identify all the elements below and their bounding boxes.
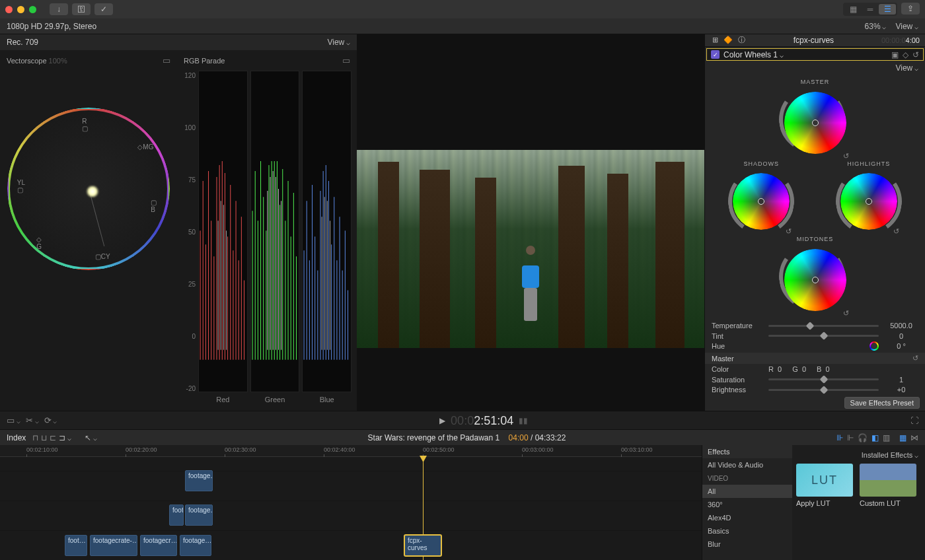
effects-cat-360[interactable]: 360° bbox=[702, 498, 792, 511]
keyword-button[interactable]: ⚿ bbox=[72, 3, 91, 15]
color-r-value[interactable]: 0 bbox=[778, 365, 782, 373]
saturation-value[interactable]: 1 bbox=[884, 376, 918, 384]
viewer-panel bbox=[357, 34, 704, 411]
highlights-wheel-reset-icon[interactable]: ↺ bbox=[893, 227, 899, 236]
preview-subject bbox=[519, 246, 542, 318]
brightness-value[interactable]: +0 bbox=[884, 386, 918, 394]
timeline-index-button[interactable]: Index bbox=[7, 433, 26, 442]
effects-cat-all[interactable]: All bbox=[702, 485, 792, 498]
connect-clip-icon[interactable]: ⊓ bbox=[32, 433, 38, 442]
effects-browser-icon[interactable]: ▦ bbox=[899, 433, 906, 442]
effect-item[interactable]: Custom LUT bbox=[860, 464, 916, 507]
effects-cat-all-video-audio[interactable]: All Video & Audio bbox=[702, 458, 792, 472]
effects-cat-basics[interactable]: Basics bbox=[702, 524, 792, 538]
timeline-clip[interactable]: fcpx-curves bbox=[404, 535, 441, 556]
scopes-view-dropdown[interactable]: View bbox=[327, 38, 350, 47]
background-tasks-button[interactable]: ✓ bbox=[94, 3, 113, 15]
effect-thumbnail[interactable]: LUT bbox=[796, 464, 853, 497]
mask-icon[interactable]: ▣ bbox=[891, 50, 899, 59]
browser-layout-icon[interactable]: ▦ bbox=[844, 4, 862, 15]
tint-value[interactable]: 0 bbox=[884, 332, 918, 340]
play-button[interactable]: ▶ bbox=[439, 416, 445, 425]
master-color-wheel[interactable]: ↺ bbox=[779, 87, 852, 159]
minimize-window-button[interactable] bbox=[17, 6, 24, 13]
zoom-dropdown[interactable]: 63% bbox=[865, 22, 887, 31]
share-button[interactable]: ⇪ bbox=[901, 3, 920, 15]
saturation-slider[interactable] bbox=[768, 378, 879, 380]
maximize-window-button[interactable] bbox=[29, 6, 36, 13]
installed-effects-dropdown[interactable]: Installed Effects bbox=[862, 451, 918, 459]
correction-name-dropdown[interactable]: Color Wheels 1 bbox=[723, 50, 887, 59]
scopes-colorspace-label: Rec. 709 bbox=[7, 38, 38, 47]
overwrite-clip-icon[interactable]: ⊐ bbox=[59, 433, 71, 442]
master-wheel-reset-icon[interactable]: ↺ bbox=[843, 152, 849, 160]
parade-green-channel: Green bbox=[250, 71, 300, 392]
hue-value[interactable]: 0 ° bbox=[884, 342, 918, 350]
color-b-value[interactable]: 0 bbox=[825, 365, 829, 373]
reset-correction-icon[interactable]: ↺ bbox=[912, 50, 919, 59]
audio-skimming-icon[interactable]: 🎧 bbox=[858, 433, 868, 442]
timecode-display[interactable]: 00:02:51:04 bbox=[451, 413, 513, 428]
inspector-view-dropdown[interactable]: View bbox=[895, 63, 918, 73]
effect-item[interactable]: LUTApply LUT bbox=[796, 464, 853, 507]
audio-meters-icon[interactable]: ▮▮ bbox=[519, 416, 528, 425]
save-effects-preset-button[interactable]: Save Effects Preset bbox=[844, 397, 920, 409]
keyframe-icon[interactable]: ◇ bbox=[903, 50, 908, 59]
vectorscope-label: Vectorscope bbox=[7, 57, 47, 65]
timeline-tracks[interactable]: footage…footage…foot…footagecrate-…foota… bbox=[0, 457, 702, 560]
color-inspector-tab-icon[interactable]: 🔶 bbox=[723, 36, 733, 45]
tools-dropdown[interactable]: ✂ bbox=[26, 415, 39, 425]
clip-appearance-dropdown[interactable]: ▭ bbox=[7, 415, 20, 425]
inspector-clip-title: fcpx-curves bbox=[750, 36, 877, 45]
temperature-slider[interactable] bbox=[768, 325, 879, 327]
master-section-reset-icon[interactable]: ↺ bbox=[912, 354, 918, 363]
select-tool-dropdown[interactable]: ↖ bbox=[85, 433, 97, 442]
viewer-header: 1080p HD 29.97p, Stereo 63% View bbox=[0, 18, 925, 34]
retime-dropdown[interactable]: ⟳ bbox=[44, 415, 57, 425]
effect-thumbnail[interactable] bbox=[860, 464, 916, 497]
timeline-clip[interactable]: foot… bbox=[65, 535, 87, 556]
solo-icon[interactable]: ◧ bbox=[871, 433, 879, 442]
snapping-icon[interactable]: ⊪ bbox=[836, 433, 843, 442]
append-clip-icon[interactable]: ⊏ bbox=[50, 433, 56, 442]
viewer-view-dropdown[interactable]: View bbox=[895, 22, 918, 31]
effects-cat-alex4d[interactable]: Alex4D bbox=[702, 511, 792, 524]
correction-enable-checkbox[interactable]: ✓ bbox=[711, 50, 720, 59]
timeline-clip[interactable]: footage… bbox=[185, 470, 213, 491]
color-g-value[interactable]: 0 bbox=[802, 365, 806, 373]
info-inspector-tab-icon[interactable]: ⓘ bbox=[737, 36, 746, 45]
brightness-row: Brightness +0 bbox=[705, 384, 925, 395]
timeline-clip[interactable]: footage bbox=[169, 505, 184, 526]
midtones-wheel-reset-icon[interactable]: ↺ bbox=[843, 309, 849, 318]
correction-selector[interactable]: ✓ Color Wheels 1 ▣ ◇ ↺ bbox=[706, 48, 924, 61]
insert-clip-icon[interactable]: ⊔ bbox=[41, 433, 47, 442]
fullscreen-icon[interactable]: ⛶ bbox=[910, 416, 918, 425]
transitions-browser-icon[interactable]: ⋈ bbox=[910, 433, 918, 442]
brightness-slider[interactable] bbox=[768, 389, 879, 391]
highlights-color-wheel[interactable]: ↺ bbox=[836, 168, 902, 234]
timeline-layout-icon[interactable]: ▥ bbox=[883, 433, 890, 442]
timeline-layout-icon[interactable]: ═ bbox=[862, 4, 879, 15]
timeline-ruler[interactable]: 00:02:10:0000:02:20:0000:02:30:0000:02:4… bbox=[0, 445, 702, 457]
hue-dial[interactable] bbox=[870, 341, 879, 351]
shadows-color-wheel[interactable]: ↺ bbox=[728, 168, 794, 234]
timeline-clip[interactable]: footage… bbox=[180, 535, 211, 556]
skimming-icon[interactable]: ⊩ bbox=[847, 433, 854, 442]
parade-settings-icon[interactable]: ▭ bbox=[342, 55, 350, 65]
effects-cat-blur[interactable]: Blur bbox=[702, 538, 792, 551]
effects-browser: Effects All Video & Audio VIDEO All 360°… bbox=[702, 445, 925, 560]
video-inspector-tab-icon[interactable]: ⊞ bbox=[710, 36, 720, 45]
import-button[interactable]: ↓ bbox=[50, 3, 68, 15]
midtones-color-wheel[interactable]: ↺ bbox=[779, 244, 852, 316]
inspector-layout-icon[interactable]: ☰ bbox=[879, 4, 896, 15]
timeline-clip[interactable]: footagecr… bbox=[140, 535, 177, 556]
workspace-switcher[interactable]: ▦ ═ ☰ bbox=[843, 3, 897, 16]
timeline-clip[interactable]: footage… bbox=[185, 505, 213, 526]
tint-slider[interactable] bbox=[768, 335, 879, 337]
timeline-panel[interactable]: 00:02:10:0000:02:20:0000:02:30:0000:02:4… bbox=[0, 445, 702, 560]
timeline-clip[interactable]: footagecrate-… bbox=[90, 535, 137, 556]
temperature-value[interactable]: 5000.0 bbox=[884, 322, 918, 330]
shadows-wheel-reset-icon[interactable]: ↺ bbox=[786, 227, 792, 236]
close-window-button[interactable] bbox=[5, 6, 13, 13]
vectorscope-settings-icon[interactable]: ▭ bbox=[163, 55, 170, 65]
